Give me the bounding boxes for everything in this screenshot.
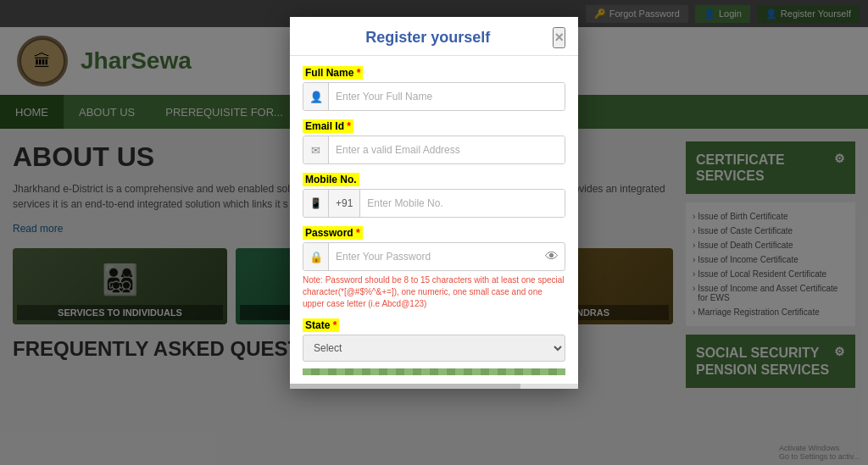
- windows-activation: Activate Windows Go to Settings to activ…: [779, 444, 860, 461]
- state-group: State * Select Jharkhand Bihar West Beng…: [303, 317, 565, 362]
- full-name-group: Full Name * 👤: [303, 64, 565, 111]
- register-modal: Register yourself × Full Name * 👤: [290, 17, 578, 389]
- mobile-group: Mobile No. 📱 +91: [303, 171, 565, 218]
- email-input[interactable]: [329, 136, 565, 163]
- email-group: Email Id * ✉: [303, 118, 565, 164]
- full-name-input[interactable]: [329, 83, 565, 110]
- modal-body: Full Name * 👤 Email Id * ✉: [290, 56, 578, 384]
- full-name-required: *: [357, 67, 361, 79]
- password-label: Password *: [303, 226, 363, 240]
- password-note: Note: Password should be 8 to 15 charact…: [303, 274, 565, 310]
- modal-close-button[interactable]: ×: [553, 27, 565, 48]
- lock-icon: 🔒: [303, 243, 329, 270]
- mobile-input-wrapper: 📱 +91: [303, 189, 565, 218]
- password-group: Password * 🔒 👁 Note: Password should be …: [303, 224, 565, 310]
- modal-overlay: Register yourself × Full Name * 👤: [0, 0, 868, 465]
- country-code: +91: [329, 190, 360, 217]
- phone-icon: 📱: [303, 190, 329, 217]
- horizontal-scrollbar[interactable]: [290, 384, 578, 389]
- modal-title: Register yourself: [303, 29, 553, 47]
- full-name-label: Full Name *: [303, 66, 363, 80]
- email-label: Email Id *: [303, 119, 353, 133]
- state-required: *: [333, 319, 337, 331]
- person-field-icon: 👤: [303, 83, 329, 110]
- mobile-label: Mobile No.: [303, 173, 359, 186]
- state-select[interactable]: Select Jharkhand Bihar West Bengal Odish…: [303, 335, 565, 362]
- password-input-wrapper: 🔒 👁: [303, 242, 565, 271]
- email-input-wrapper: ✉: [303, 136, 565, 164]
- password-input[interactable]: [329, 243, 539, 270]
- show-password-icon[interactable]: 👁: [539, 243, 565, 270]
- password-required: *: [356, 227, 360, 239]
- scroll-indicator: [303, 368, 565, 375]
- full-name-input-wrapper: 👤: [303, 82, 565, 111]
- envelope-icon: ✉: [303, 136, 329, 163]
- state-label: State *: [303, 318, 339, 332]
- modal-header: Register yourself ×: [290, 17, 578, 56]
- mobile-input[interactable]: [360, 190, 565, 217]
- email-required: *: [347, 120, 351, 132]
